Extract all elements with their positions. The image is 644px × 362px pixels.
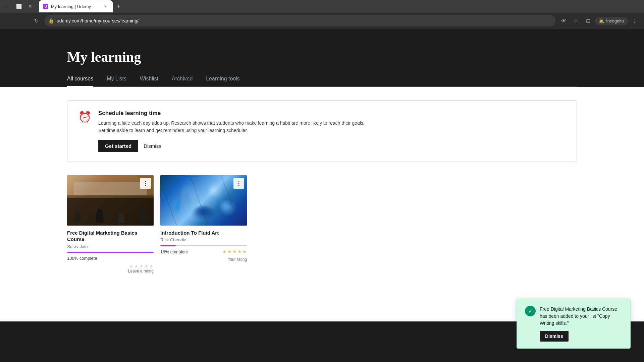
course-menu-button-fluid[interactable]: ⋮ [233,178,244,189]
course-card-digital-marketing[interactable]: ⋮ Free Digital Marketing Basics Course S… [67,175,154,274]
get-started-button[interactable]: Get started [98,140,138,152]
close-window-button[interactable]: ✕ [25,2,35,11]
bookmark-button[interactable]: ☆ [571,15,581,26]
browser-chrome: — ⬜ ✕ U My learning | Udemy × + ← → ↻ 🔒 … [0,0,644,29]
progress-text-digital: 100% complete [67,256,97,261]
star-5-fluid[interactable]: ★ [243,249,247,254]
star-5-digital[interactable]: ★ [149,263,154,269]
page-header: My learning All courses My Lists Wishlis… [0,29,644,87]
star-1-digital[interactable]: ★ [129,263,133,269]
url-text: udemy.com/home/my-courses/learning/ [57,18,552,23]
course-card-fluid-art[interactable]: ⋮ Introduction To Fluid Art Rick Cheadle… [160,175,247,274]
minimize-button[interactable]: — [3,2,12,11]
refresh-button[interactable]: ↻ [31,15,42,26]
star-3-digital[interactable]: ★ [139,263,144,269]
schedule-actions: Get started Dismiss [98,140,566,152]
course-author-fluid: Rick Cheadle [160,237,247,242]
schedule-card: ⏰ Schedule learning time Learning a litt… [67,100,577,162]
progress-bar-digital [67,252,154,253]
tab-learning-tools[interactable]: Learning tools [206,76,240,87]
eye-slash-icon: 👁 [561,18,567,24]
progress-info-digital: 100% complete [67,256,154,261]
star-2-fluid[interactable]: ★ [227,249,232,254]
course-thumbnail-digital: ⋮ [67,175,154,226]
sidebar-button[interactable]: ⊡ [583,15,593,26]
nav-bar: ← → ↻ 🔒 udemy.com/home/my-courses/learni… [0,13,644,29]
eye-slash-button[interactable]: 👁 [558,15,569,26]
course-thumbnail-fluid: ⋮ [160,175,247,226]
schedule-title: Schedule learning time [98,110,566,117]
incognito-label: Incognito [606,18,624,23]
toast-check-icon: ✓ [525,306,536,316]
incognito-icon: 🕵 [599,18,604,23]
maximize-button[interactable]: ⬜ [14,2,23,11]
star-4-digital[interactable]: ★ [144,263,149,269]
toast-message: Free Digital Marketing Basics Course has… [540,306,622,327]
star-3-fluid[interactable]: ★ [232,249,237,254]
star-icon: ☆ [574,18,578,24]
menu-icon: ⋮ [632,18,637,24]
forward-button[interactable]: → [17,15,28,26]
tab-archived[interactable]: Archived [172,76,193,87]
nav-tabs: All courses My Lists Wishlist Archived L… [67,76,577,87]
courses-grid: ⋮ Free Digital Marketing Basics Course S… [67,175,577,274]
course-name-fluid: Introduction To Fluid Art [160,230,247,236]
progress-bar-fluid [160,245,247,246]
tab-bar: — ⬜ ✕ U My learning | Udemy × + [0,0,644,13]
tab-all-courses[interactable]: All courses [67,76,93,87]
tab-title: My learning | Udemy [51,4,99,9]
back-button[interactable]: ← [4,15,15,26]
schedule-content: Schedule learning time Learning a little… [98,110,566,152]
schedule-desc-line1: Learning a little each day adds up. Rese… [98,120,365,126]
dismiss-schedule-button[interactable]: Dismiss [144,143,161,149]
toast-notification: ✓ Free Digital Marketing Basics Course h… [517,299,631,349]
sidebar-icon: ⊡ [586,18,590,24]
address-bar[interactable]: 🔒 udemy.com/home/my-courses/learning/ [44,15,556,26]
course-menu-button-digital[interactable]: ⋮ [140,178,151,189]
window-controls: — ⬜ ✕ [3,2,35,11]
menu-button[interactable]: ⋮ [629,15,640,26]
lock-icon: 🔒 [48,18,54,23]
leave-rating-digital[interactable]: Leave a rating [128,269,154,274]
course-name-digital: Free Digital Marketing Basics Course [67,230,154,243]
toast-content: Free Digital Marketing Basics Course has… [540,306,622,342]
main-content: ⏰ Schedule learning time Learning a litt… [0,87,644,321]
tab-favicon: U [43,4,48,9]
schedule-description: Learning a little each day adds up. Rese… [98,119,566,134]
incognito-badge: 🕵 Incognito [595,17,628,25]
progress-text-fluid: 18% complete [160,249,188,254]
tab-wishlist[interactable]: Wishlist [140,76,158,87]
active-tab[interactable]: U My learning | Udemy × [39,0,113,12]
tab-close-button[interactable]: × [102,3,109,10]
progress-fill-digital [67,252,154,253]
toast-dismiss-button[interactable]: Dismiss [540,331,569,342]
stars-fluid[interactable]: ★ ★ ★ ★ ★ [222,249,247,254]
rating-label-fluid: Your rating [160,257,247,262]
stars-digital[interactable]: ★ ★ ★ ★ ★ [129,263,154,269]
course-author-digital: Sorav Jain [67,244,154,249]
tab-my-lists[interactable]: My Lists [107,76,126,87]
progress-fill-fluid [160,245,176,246]
schedule-desc-line2: Set time aside to learn and get reminder… [98,128,248,133]
progress-info-fluid: 18% complete ★ ★ ★ ★ ★ [160,249,247,254]
nav-right-icons: 👁 ☆ ⊡ 🕵 Incognito ⋮ [558,15,640,26]
star-4-fluid[interactable]: ★ [237,249,242,254]
new-tab-button[interactable]: + [114,2,123,11]
schedule-icon: ⏰ [78,111,92,123]
star-1-fluid[interactable]: ★ [222,249,227,254]
page-title: My learning [67,49,577,65]
star-2-digital[interactable]: ★ [134,263,139,269]
